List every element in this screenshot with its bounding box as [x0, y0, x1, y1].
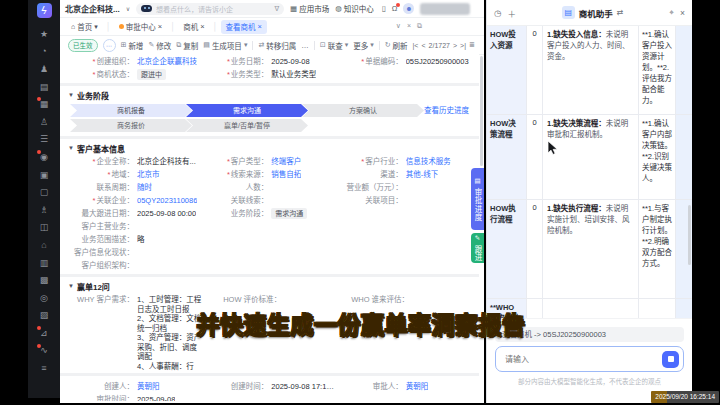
tab-3[interactable]: 商机× — [178, 20, 209, 34]
tab-4[interactable]: 查看商机× — [221, 20, 267, 34]
main-scrollbar[interactable] — [480, 56, 483, 166]
org-chart-icon[interactable]: ♟ — [40, 60, 49, 78]
field-value[interactable]: 北京企企联赢科技 — [137, 55, 197, 68]
home-icon: ⌂ — [71, 23, 75, 30]
stage-todo[interactable]: 赢单/否单/暂停 — [186, 119, 308, 132]
doc-edit-icon[interactable]: ▤ — [40, 78, 49, 96]
filter-icon[interactable]: ∇ — [274, 5, 279, 13]
field-value[interactable]: 随时 — [137, 181, 152, 194]
swap-icon[interactable]: ⇄ — [617, 8, 624, 17]
side-tab-审批进度[interactable]: ▤审批进度 — [471, 168, 484, 230]
next-page-icon[interactable]: > — [453, 42, 457, 49]
新增-button[interactable]: ⊞新增 — [121, 40, 144, 51]
overflow-button[interactable]: … — [301, 41, 309, 50]
prev-page-icon[interactable]: < — [421, 42, 425, 49]
stage-active[interactable]: 需求沟通 — [186, 104, 308, 117]
contact-icon[interactable]: ♙ — [40, 113, 49, 131]
grid-apps-icon[interactable]: ▥ — [40, 254, 49, 272]
bank-icon[interactable]: ⌂ — [40, 236, 49, 254]
history-icon[interactable]: ◷ — [494, 8, 501, 18]
files-icon[interactable]: ▨ — [40, 307, 49, 325]
assistant-input[interactable] — [503, 354, 662, 365]
form-field: *客户行业：信息技术服务 — [337, 155, 471, 168]
win12-section-title[interactable]: ▼ 赢单12问 — [68, 279, 471, 293]
close-icon[interactable]: × — [258, 22, 262, 31]
bar-chart-icon[interactable]: ⊿ — [40, 324, 49, 342]
first-page-icon[interactable]: |< — [413, 42, 419, 49]
chevron-down-icon[interactable]: ▾ — [94, 23, 98, 31]
message-card-icon[interactable]: ▦ — [40, 95, 49, 113]
required-star: * — [93, 57, 96, 66]
customer-section-title[interactable]: ▼ 客户基本信息 — [68, 141, 471, 155]
side-tab-跟进[interactable]: ✎跟进 — [471, 233, 484, 263]
field-value: 2025-09-08 — [137, 393, 175, 401]
stage-todo[interactable]: 方案确认 — [302, 104, 424, 117]
close-icon[interactable]: × — [200, 22, 204, 31]
tab-label: 首页 — [77, 21, 92, 32]
layers-icon[interactable]: ☰ — [40, 131, 49, 149]
转移归属-button[interactable]: ⇄转移归属 — [258, 40, 296, 51]
dashboard-icon[interactable]: ◔ — [40, 43, 49, 61]
target-icon[interactable]: ◎ — [40, 289, 49, 307]
复制-button[interactable]: ⧉复制 — [176, 40, 198, 51]
record-pagination: |< < 2/1727 > >| ≣ — [413, 41, 475, 49]
list-view-icon[interactable]: ≣ — [469, 41, 475, 49]
last-page-icon[interactable]: >| — [460, 42, 466, 49]
联查-button[interactable]: ⊡联查▾ — [320, 40, 348, 51]
wallet-icon-glyph: ◫ — [40, 222, 49, 232]
stop-icon — [668, 356, 674, 362]
close-icon[interactable]: × — [680, 8, 685, 18]
monitor-icon[interactable]: ▢ — [40, 183, 49, 201]
history-link[interactable]: 查看历史进度 — [424, 104, 469, 117]
field-label: 人数： — [202, 181, 268, 194]
修改-button[interactable]: ✎修改 — [148, 40, 171, 51]
field-value[interactable]: 信息技术服务 — [406, 155, 451, 168]
stop-button[interactable] — [662, 351, 679, 368]
shield-icon[interactable]: ◉ — [40, 148, 49, 166]
cube-icon[interactable]: ▣ — [40, 166, 49, 184]
new-chat-icon[interactable]: ＋ — [507, 7, 516, 19]
wallet-icon[interactable]: ◫ — [40, 219, 49, 237]
menu-icon[interactable]: ≡ — [40, 359, 49, 377]
更多-button[interactable]: 更多▾ — [353, 40, 374, 51]
app-logo-icon[interactable]: ϟ — [37, 3, 52, 18]
field-label: 客户组织架构： — [68, 259, 134, 272]
global-search[interactable]: 想看点什么，请告诉小企 ∇ — [136, 3, 284, 15]
stage-done[interactable]: 商机报备 — [70, 104, 192, 117]
刷新-button[interactable]: ↻刷新 — [385, 40, 408, 51]
form-field: 客户组织架构： — [68, 259, 471, 272]
生成项目-button[interactable]: ▤生成项目▾ — [203, 40, 247, 51]
assistant-scrollbar[interactable] — [688, 205, 691, 265]
favorites-icon[interactable]: ★ — [40, 25, 49, 43]
user-bell-icon[interactable]: ♗ — [40, 201, 49, 219]
shield-icon-glyph: ◉ — [40, 152, 48, 162]
knowledge-center-button[interactable]: ◍ 知识中心 — [335, 3, 374, 14]
user-avatar[interactable]: ☻ — [403, 3, 414, 14]
tab-1[interactable]: ⌂首页▾ — [66, 20, 103, 34]
favorites-icon-glyph: ★ — [40, 29, 48, 39]
field-value[interactable]: 其他-线下 — [406, 168, 439, 181]
org-switcher[interactable]: 北京企企科技... — [65, 3, 120, 14]
field-value[interactable]: 销售自拓 — [271, 168, 301, 181]
field-value[interactable]: 黄朝阳 — [406, 380, 429, 393]
field-value[interactable]: 05QY2023110086 — [137, 194, 197, 207]
more-circle-button[interactable]: ⋯ — [103, 39, 116, 52]
board-icon[interactable]: ▩ — [40, 271, 49, 289]
close-icon[interactable]: × — [158, 22, 162, 31]
bell-icon[interactable]: Ω — [392, 4, 398, 13]
chevron-down-icon[interactable]: ∨ — [126, 5, 130, 12]
app-market-button[interactable]: ▦ 应用市场 — [290, 3, 329, 14]
tab-2[interactable]: 审批中心× — [114, 20, 167, 34]
pin-icon[interactable]: ⌖ — [669, 7, 674, 18]
close-all-icon[interactable]: × — [407, 22, 411, 30]
board-icon-glyph: ▩ — [40, 275, 49, 285]
field-value[interactable]: 北京市 — [137, 168, 160, 181]
trend-icon[interactable]: ∿ — [40, 342, 49, 360]
collapse-icon[interactable]: ∨ — [396, 22, 401, 30]
stage-section-title[interactable]: ▼ 业务阶段 — [68, 88, 471, 102]
field-value[interactable]: 终端客户 — [271, 155, 301, 168]
mobile-icon[interactable]: ▯ — [382, 4, 386, 13]
stage-todo[interactable]: 商务报价 — [70, 119, 192, 132]
field-value[interactable]: 黄朝阳 — [137, 380, 160, 393]
expand-icon[interactable]: ⧉ — [417, 22, 422, 30]
